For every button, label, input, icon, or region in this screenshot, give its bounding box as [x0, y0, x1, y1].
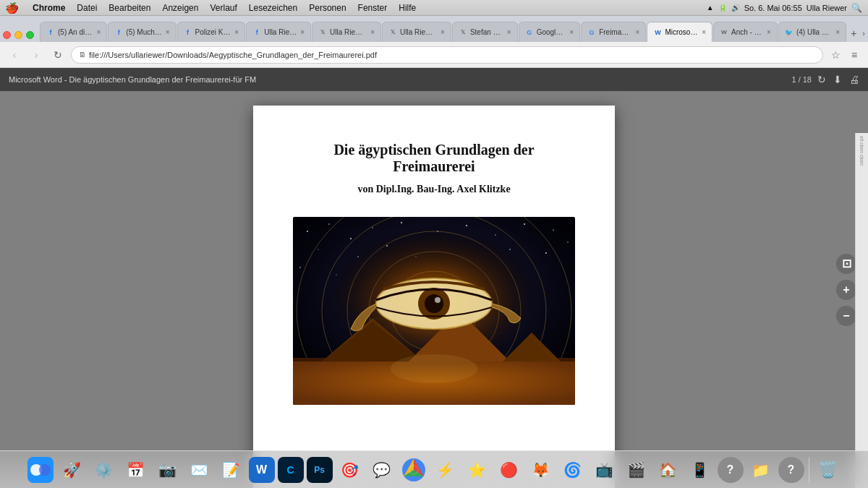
bookmark-star-button[interactable]: ☆ — [827, 47, 843, 63]
tab-4[interactable]: f Ulla Riewer -... × — [246, 22, 311, 42]
svg-point-7 — [466, 225, 467, 226]
dock-star[interactable]: ⭐ — [463, 455, 492, 484]
menu-anzeigen[interactable]: Anzeigen — [162, 3, 198, 13]
tab-1[interactable]: f (5) An diesem... × — [40, 22, 107, 42]
chrome-menu-button[interactable]: ≡ — [846, 47, 862, 63]
tab-close-9[interactable]: × — [636, 28, 640, 36]
wifi-icon: ▲ — [707, 4, 714, 12]
pdf-print-icon[interactable]: 🖨 — [849, 74, 859, 85]
back-button[interactable]: ‹ — [6, 46, 23, 64]
tab-close-6[interactable]: × — [441, 28, 445, 36]
svg-point-8 — [495, 234, 495, 235]
tab-close-2[interactable]: × — [166, 28, 170, 36]
dock-home[interactable]: 🏠 — [654, 455, 683, 484]
dock-folder[interactable]: 📁 — [746, 455, 775, 484]
menu-datei[interactable]: Datei — [77, 3, 97, 13]
dock-firefox[interactable]: 🦊 — [527, 455, 556, 484]
tab-close-5[interactable]: × — [370, 28, 375, 36]
battery-icon: 🔋 — [718, 4, 727, 12]
tab-close-11[interactable]: × — [767, 28, 771, 36]
search-icon[interactable]: 🔍 — [851, 3, 862, 13]
dock-word[interactable]: W — [249, 457, 275, 483]
address-bar[interactable]: 🗎 file:///Users/ullariewer/Downloads/Aeg… — [71, 46, 823, 64]
tab-6[interactable]: 𝕏 Ulla Riewer au... × — [382, 22, 451, 42]
tab-label-3: Polizei Konsta... — [195, 28, 232, 36]
dock-help2[interactable]: ? — [778, 457, 804, 483]
dock-photoshop[interactable]: Ps — [307, 457, 333, 483]
dock-ios[interactable]: 📱 — [686, 455, 715, 484]
tab-11[interactable]: W Anch - Wikip... × — [713, 22, 778, 42]
address-text: file:///Users/ullariewer/Downloads/Aegyp… — [89, 51, 815, 59]
close-button[interactable] — [3, 31, 11, 39]
tab-8[interactable]: G Google News × — [519, 22, 580, 42]
menu-fenster[interactable]: Fenster — [358, 3, 388, 13]
tab-10[interactable]: W Microsoft Wo... × — [647, 22, 712, 42]
reload-button[interactable]: ↻ — [49, 46, 67, 64]
pdf-page: Die ägyptischen Grundlagen der Freimaure… — [253, 106, 615, 488]
svg-point-9 — [524, 223, 525, 225]
maximize-button[interactable] — [26, 31, 34, 39]
dock: 🚀 ⚙️ 📅 📷 ✉️ 📝 W C Ps 🎯 💬 ⚡ ⭐ 🔴 🦊 🌀 📺 🎬 🏠… — [0, 450, 868, 488]
pdf-cover-image — [293, 217, 575, 405]
svg-point-18 — [299, 267, 301, 268]
svg-point-19 — [336, 274, 336, 275]
nav-bar: ‹ › ↻ 🗎 file:///Users/ullariewer/Downloa… — [0, 42, 868, 68]
tab-close-7[interactable]: × — [507, 28, 511, 36]
tab-2[interactable]: f (5) Muchele C... × — [108, 22, 176, 42]
dock-torrent[interactable]: ⚡ — [431, 455, 460, 484]
tab-7[interactable]: 𝕏 Stefan Müller... × — [452, 22, 518, 42]
zoom-out-button[interactable]: − — [836, 306, 856, 326]
tab-close-8[interactable]: × — [569, 28, 574, 36]
dock-swirl[interactable]: 🌀 — [558, 455, 587, 484]
dock-notes[interactable]: 📝 — [217, 455, 246, 484]
tab-3[interactable]: f Polizei Konsta... × — [177, 22, 246, 42]
menu-lesezeichen[interactable]: Lesezeichen — [249, 3, 297, 13]
tab-label-5: Ulla Riewer au... — [330, 28, 367, 36]
tab-label-11: Anch - Wikip... — [731, 28, 764, 36]
tab-favicon-10: W — [653, 28, 662, 37]
menu-personen[interactable]: Personen — [309, 3, 346, 13]
menu-verlauf[interactable]: Verlauf — [210, 3, 237, 13]
dock-help1[interactable]: ? — [718, 457, 744, 483]
tab-close-3[interactable]: × — [234, 28, 239, 36]
svg-point-15 — [509, 249, 511, 250]
menu-bearbeiten[interactable]: Bearbeiten — [109, 3, 150, 13]
tabs-container: f (5) An diesem... × f (5) Muchele C... … — [40, 22, 846, 42]
pdf-refresh-icon[interactable]: ↻ — [817, 74, 826, 85]
dock-tv[interactable]: 📺 — [590, 455, 619, 484]
menu-hilfe[interactable]: Hilfe — [399, 3, 416, 13]
pdf-download-icon[interactable]: ⬇ — [833, 74, 842, 85]
dock-trash[interactable]: 🗑️ — [814, 455, 843, 484]
dock-preferences[interactable]: ⚙️ — [90, 455, 119, 484]
dock-game[interactable]: 🎯 — [336, 455, 365, 484]
minimize-button[interactable] — [14, 31, 22, 39]
dock-creative-suite[interactable]: C — [278, 457, 304, 483]
tab-5[interactable]: 𝕏 Ulla Riewer au... × — [312, 22, 381, 42]
dock-skype[interactable]: 💬 — [367, 455, 396, 484]
menu-bar: 2:09 🍎 Chrome Datei Bearbeiten Anzeigen … — [0, 0, 868, 16]
dock-red-app[interactable]: 🔴 — [495, 455, 524, 484]
dock-finder[interactable] — [26, 455, 55, 484]
tab-label-2: (5) Muchele C... — [126, 28, 162, 36]
tab-close-10[interactable]: × — [702, 28, 706, 36]
tab-9[interactable]: G Freimaurer A... × — [581, 22, 646, 42]
tab-close-4[interactable]: × — [300, 28, 305, 36]
dock-calendar[interactable]: 📅 — [122, 455, 150, 484]
dock-launchpad[interactable]: 🚀 — [58, 455, 87, 484]
tab-favicon-3: f — [184, 28, 192, 37]
tab-close-12[interactable]: × — [835, 28, 840, 36]
app-name[interactable]: Chrome — [33, 3, 65, 13]
tab-label-9: Freimaurer A... — [599, 28, 632, 36]
dock-mail[interactable]: ✉️ — [185, 455, 214, 484]
svg-point-2 — [328, 223, 330, 225]
forward-button[interactable]: › — [27, 46, 45, 64]
zoom-in-button[interactable]: + — [836, 280, 856, 300]
tab-close-1[interactable]: × — [96, 28, 101, 36]
tab-scroll-right[interactable]: › — [862, 29, 865, 38]
new-tab-button[interactable]: + — [846, 27, 861, 39]
dock-video[interactable]: 🎬 — [622, 455, 651, 484]
tab-12[interactable]: 🐦 (4) Ulla Riewe... × — [778, 22, 846, 42]
dock-iphoto[interactable]: 📷 — [153, 455, 182, 484]
fit-page-button[interactable]: ⊡ — [836, 254, 856, 274]
dock-chrome[interactable] — [399, 455, 428, 484]
